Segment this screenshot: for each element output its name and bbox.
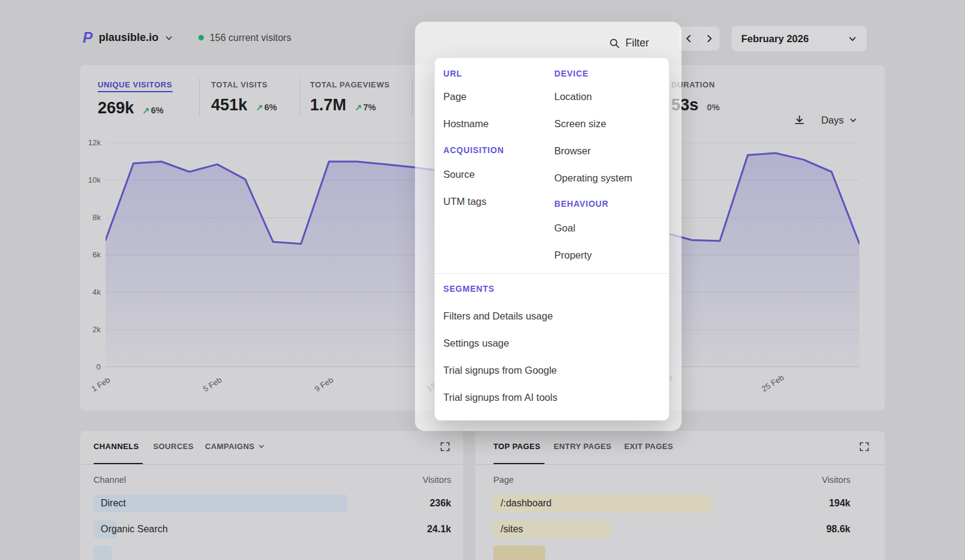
next-period-button[interactable] (699, 27, 720, 51)
up-arrow-icon: ↗ (256, 102, 263, 112)
filter-group-device: DEVICE (554, 69, 589, 78)
segment-trial-signups-google[interactable]: Trial signups from Google (443, 365, 557, 376)
row-value: 236k (429, 494, 451, 512)
tab-top-pages[interactable]: TOP PAGES (493, 442, 540, 451)
filter-item-screen-size[interactable]: Screen size (554, 118, 606, 130)
stat-value: 1.7M (310, 96, 346, 115)
stat-divider (199, 78, 200, 116)
stat-total-pageviews[interactable]: TOTAL PAGEVIEWS 1.7M ↗7% (310, 80, 390, 115)
stat-delta: 0% (707, 102, 720, 112)
row-value: 194k (829, 494, 850, 512)
site-name[interactable]: plausible.io (99, 31, 159, 44)
tab-sources[interactable]: SOURCES (153, 442, 194, 451)
filter-item-location[interactable]: Location (554, 91, 592, 102)
interval-select[interactable]: Days (821, 115, 857, 126)
table-row-partial (493, 546, 850, 560)
y-axis-tick: 8k (80, 213, 101, 222)
chevron-down-icon[interactable] (165, 34, 173, 42)
chevron-down-icon (848, 34, 857, 43)
x-axis-tick: 25 Feb (760, 373, 785, 394)
row-name[interactable]: Organic Search (101, 520, 168, 538)
table-row-partial (93, 546, 451, 560)
chevron-right-icon (706, 34, 713, 43)
live-visitors-dot (198, 35, 204, 40)
stat-divider (300, 78, 300, 116)
chevron-down-icon (849, 116, 857, 124)
row-bar (493, 546, 545, 560)
y-axis-tick: 10k (80, 175, 101, 184)
segment-filters-details-usage[interactable]: Filters and Details usage (443, 310, 553, 322)
y-axis-tick: 12k (80, 138, 101, 147)
filter-label: Filter (625, 37, 649, 49)
table-row[interactable]: /sites 98.6k (493, 520, 850, 538)
filter-item-operating-system[interactable]: Operating system (554, 172, 632, 184)
x-axis-tick: 9 Feb (313, 375, 335, 393)
filter-item-goal[interactable]: Goal (554, 222, 575, 234)
stat-value: 269k (98, 99, 134, 118)
up-arrow-icon: ↗ (142, 105, 150, 115)
filter-group-url: URL (443, 69, 462, 78)
chevron-left-icon (685, 34, 692, 43)
filter-group-behaviour: BEHAVIOUR (554, 199, 609, 209)
row-name[interactable]: /:dashboard (501, 494, 552, 512)
stat-value: 451k (211, 96, 247, 115)
y-axis-tick: 6k (80, 250, 101, 259)
pages-panel: TOP PAGES ENTRY PAGES EXIT PAGES Page Vi… (475, 431, 885, 560)
plausible-logo-icon: P (83, 29, 93, 46)
tab-channels[interactable]: CHANNELS (93, 442, 139, 451)
current-visitors-count[interactable]: 156 current visitors (210, 33, 291, 43)
row-value: 98.6k (826, 520, 850, 538)
filter-item-utm-tags[interactable]: UTM tags (443, 196, 487, 207)
divider (80, 464, 463, 465)
x-axis-tick: 1 Feb (90, 375, 112, 393)
download-icon[interactable] (794, 115, 805, 126)
interval-label: Days (821, 115, 844, 126)
expand-icon[interactable] (859, 442, 869, 451)
tab-campaigns[interactable]: CAMPAIGNS (205, 442, 265, 451)
column-header-page: Page (493, 475, 514, 485)
segment-trial-signups-ai-tools[interactable]: Trial signups from AI tools (443, 392, 557, 403)
row-bar (93, 546, 112, 560)
table-row[interactable]: /:dashboard 194k (493, 494, 850, 512)
top-header: P plausible.io 156 current visitors (83, 29, 291, 46)
filter-item-hostname[interactable]: Hostname (443, 118, 489, 130)
stat-unique-visitors[interactable]: UNIQUE VISITORS 269k ↗6% (98, 80, 172, 118)
search-icon (609, 38, 620, 49)
stat-delta: ↗6% (256, 102, 277, 112)
stat-total-visits[interactable]: TOTAL VISITS 451k ↗6% (211, 80, 277, 115)
filter-item-browser[interactable]: Browser (554, 145, 591, 157)
channels-panel: CHANNELS SOURCES CAMPAIGNS Channel Visit… (80, 431, 463, 560)
stat-label[interactable]: TOTAL VISITS (211, 80, 277, 89)
row-value: 24.1k (427, 520, 451, 538)
column-header-visitors: Visitors (423, 475, 451, 485)
filter-group-acquisition: ACQUISITION (443, 145, 504, 155)
prev-period-button[interactable] (679, 27, 699, 51)
stat-label[interactable]: UNIQUE VISITORS (98, 80, 172, 92)
row-bar (93, 494, 347, 512)
filter-item-page[interactable]: Page (443, 91, 467, 102)
x-axis-tick: 5 Feb (201, 375, 223, 393)
y-axis-tick: 0 (80, 362, 101, 371)
table-row[interactable]: Organic Search 24.1k (93, 520, 451, 538)
filter-item-property[interactable]: Property (554, 250, 592, 261)
row-name[interactable]: /sites (501, 520, 523, 538)
tab-entry-pages[interactable]: ENTRY PAGES (554, 442, 612, 451)
stat-delta: ↗6% (142, 105, 163, 115)
y-axis-tick: 4k (80, 288, 101, 297)
expand-icon[interactable] (440, 442, 450, 451)
date-range-label: February 2026 (741, 33, 809, 45)
date-range-select[interactable]: February 2026 (732, 26, 867, 51)
column-header-channel: Channel (93, 475, 126, 485)
segment-settings-usage[interactable]: Settings usage (443, 338, 509, 349)
stat-delta: ↗7% (355, 102, 376, 112)
filter-dropdown: URL Page Hostname ACQUISITION Source UTM… (434, 57, 669, 421)
filter-group-segments: SEGMENTS (443, 284, 495, 294)
filter-search-control[interactable]: Filter (609, 37, 649, 49)
filter-item-source[interactable]: Source (443, 169, 475, 180)
stat-label[interactable]: TOTAL PAGEVIEWS (310, 80, 390, 89)
tab-exit-pages[interactable]: EXIT PAGES (624, 442, 673, 451)
divider (475, 464, 885, 465)
row-name[interactable]: Direct (101, 494, 126, 512)
column-header-visitors: Visitors (822, 475, 850, 485)
table-row[interactable]: Direct 236k (93, 494, 451, 512)
